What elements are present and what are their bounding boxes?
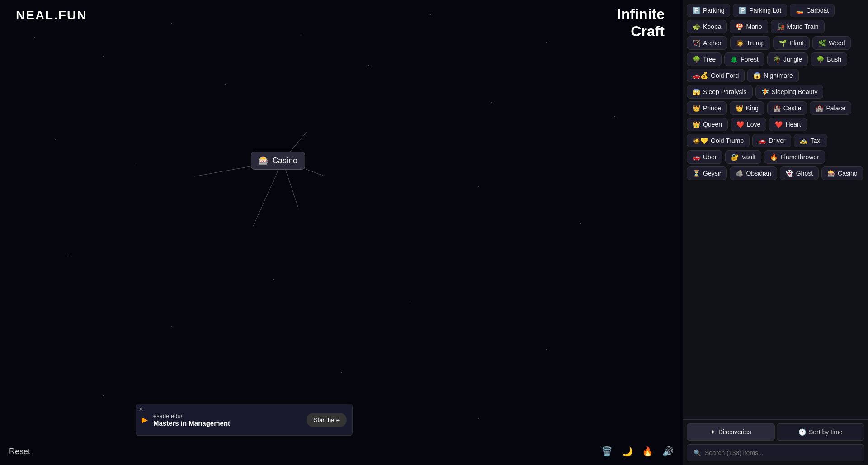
item-emoji: 🚗 [693, 153, 700, 161]
item-chip[interactable]: 👑King [730, 101, 764, 115]
item-chip[interactable]: 🌳Bush [811, 52, 847, 66]
item-chip[interactable]: 🧔💛Gold Trump [687, 134, 750, 147]
item-emoji: 👑 [693, 104, 700, 112]
game-title: Infinite Craft [617, 5, 665, 40]
item-chip[interactable]: ⏳Geysir [687, 166, 727, 180]
item-chip[interactable]: 👑Queen [687, 118, 728, 131]
item-label: Driver [769, 137, 785, 144]
item-chip[interactable]: 🧔Trump [730, 36, 770, 50]
discoveries-tab[interactable]: ✦ Discoveries [687, 423, 775, 441]
item-chip[interactable]: 🚗💰Gold Ford [687, 69, 745, 82]
item-chip[interactable]: 🪨Obsidian [730, 166, 777, 180]
item-chip[interactable]: 🚂Mario Train [771, 20, 825, 33]
item-label: King [746, 104, 759, 112]
item-chip[interactable]: 👑Prince [687, 101, 727, 115]
item-chip[interactable]: 🌿Weed [812, 36, 851, 50]
item-label: Mario [746, 23, 762, 30]
item-emoji: 🚤 [796, 7, 803, 14]
item-emoji: 🏹 [693, 39, 700, 47]
ad-banner: ✕ ▶ esade.edu/ Masters in Management Sta… [136, 404, 353, 436]
item-emoji: 🚂 [777, 23, 784, 30]
reset-button[interactable]: Reset [9, 447, 30, 456]
svg-line-1 [253, 161, 283, 226]
item-emoji: 🔐 [731, 153, 739, 161]
item-chip[interactable]: 🅿️Parking Lot [733, 4, 787, 17]
item-emoji: ❤️ [775, 121, 783, 128]
item-emoji: 🅿️ [693, 7, 700, 14]
item-chip[interactable]: 🏰Castle [767, 101, 807, 115]
item-label: Prince [703, 104, 721, 112]
item-label: Mario Train [787, 23, 819, 30]
item-chip[interactable]: 🌳Tree [687, 52, 722, 66]
item-emoji: 🚗💰 [693, 72, 708, 79]
item-chip[interactable]: 🧚Sleeping Beauty [755, 85, 824, 99]
item-emoji: ❤️ [736, 121, 744, 128]
item-chip[interactable]: 🎰Casino [821, 166, 863, 180]
item-chip[interactable]: 🍄Mario [730, 20, 768, 33]
volume-icon[interactable]: 🔊 [662, 446, 674, 457]
casino-element-emoji: 🎰 [259, 156, 269, 166]
item-emoji: 🌳 [693, 56, 700, 63]
item-emoji: 🅿️ [739, 7, 746, 14]
item-chip[interactable]: 🐢Koopa [687, 20, 727, 33]
item-chip[interactable]: 🚗Uber [687, 150, 722, 164]
item-emoji: 🧚 [761, 88, 769, 95]
item-emoji: 🧔💛 [693, 137, 708, 144]
item-emoji: 👑 [693, 121, 700, 128]
item-label: Taxi [810, 137, 821, 144]
item-chip[interactable]: 🚕Taxi [794, 134, 827, 147]
discoveries-icon: ✦ [710, 428, 716, 436]
ad-close[interactable]: ✕ [139, 406, 143, 413]
bottom-bar: Reset 🗑️ 🌙 🔥 🔊 [0, 438, 683, 465]
item-chip[interactable]: 🔥Flamethrower [764, 150, 825, 164]
item-emoji: 🌴 [773, 56, 781, 63]
moon-icon[interactable]: 🌙 [622, 446, 633, 457]
item-chip[interactable]: 😱Sleep Paralysis [687, 85, 753, 99]
item-chip[interactable]: 🏹Archer [687, 36, 727, 50]
item-chip[interactable]: 🔐Vault [725, 150, 761, 164]
item-label: Plant [789, 39, 804, 47]
sort-by-time-label: Sort by time [809, 428, 843, 436]
item-chip[interactable]: 🌱Plant [773, 36, 810, 50]
item-emoji: 🚕 [800, 137, 807, 144]
canvas-area: NEAL.FUN Infinite Craft 🎰 Casino Reset 🗑… [0, 0, 683, 465]
item-chip[interactable]: 👻Ghost [780, 166, 819, 180]
item-label: Bush [827, 56, 841, 63]
item-chip[interactable]: 🏰Palace [810, 101, 851, 115]
item-label: Weed [829, 39, 845, 47]
item-emoji: 🏰 [816, 104, 823, 112]
item-chip[interactable]: 😱Nightmare [747, 69, 799, 82]
items-grid: 🅿️Parking🅿️Parking Lot🚤Carboat🐢Koopa🍄Mar… [683, 0, 868, 419]
item-label: Archer [703, 39, 722, 47]
item-label: Koopa [703, 23, 721, 30]
item-chip[interactable]: 🌲Forest [724, 52, 764, 66]
bottom-icons: 🗑️ 🌙 🔥 🔊 [601, 446, 674, 457]
canvas-casino-element[interactable]: 🎰 Casino [251, 152, 305, 170]
item-label: Sleeping Beauty [772, 88, 818, 95]
item-label: Palace [826, 104, 845, 112]
trash-icon[interactable]: 🗑️ [601, 446, 613, 457]
ad-start-button[interactable]: Start here [307, 413, 347, 427]
item-label: Obsidian [746, 170, 771, 177]
item-label: Ghost [796, 170, 813, 177]
item-label: Nightmare [764, 72, 793, 79]
search-input[interactable] [705, 449, 858, 456]
item-chip[interactable]: 🚗Driver [752, 134, 791, 147]
item-chip[interactable]: 🅿️Parking [687, 4, 730, 17]
item-chip[interactable]: ❤️Love [731, 118, 766, 131]
item-emoji: 🚗 [758, 137, 766, 144]
item-chip[interactable]: 🚤Carboat [790, 4, 835, 17]
item-chip[interactable]: 🌴Jungle [767, 52, 808, 66]
search-bar[interactable]: 🔍 [687, 444, 864, 461]
item-emoji: ⏳ [693, 170, 700, 177]
item-emoji: 🔥 [770, 153, 778, 161]
sort-by-time-tab[interactable]: 🕐 Sort by time [777, 423, 865, 441]
item-emoji: 😱 [753, 72, 761, 79]
item-chip[interactable]: ❤️Heart [769, 118, 807, 131]
brush-icon[interactable]: 🔥 [642, 446, 653, 457]
item-label: Uber [703, 153, 717, 161]
item-label: Parking [703, 7, 724, 14]
item-emoji: 🎰 [827, 170, 835, 177]
item-label: Flamethrower [780, 153, 819, 161]
item-label: Trump [746, 39, 764, 47]
